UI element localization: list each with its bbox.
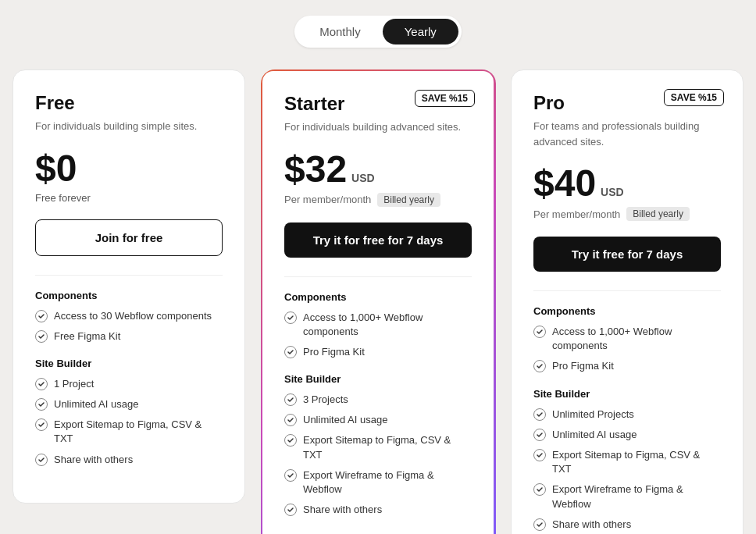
feature-section-label: Site Builder — [284, 373, 472, 385]
feature-section-label: Components — [533, 305, 721, 317]
plan-subtitle: For teams and professionals building adv… — [533, 119, 721, 149]
feature-text: Export Sitemap to Figma, CSV & TXT — [552, 448, 721, 476]
feature-text: Share with others — [303, 503, 382, 517]
price-currency: USD — [601, 186, 624, 198]
feature-list: Access to 1,000+ Webflow components Pro … — [533, 325, 721, 374]
check-icon — [35, 330, 48, 343]
feature-section: Site Builder Unlimited Projects Unlimite… — [533, 388, 721, 534]
feature-item: Export Wireframe to Figma & Webflow — [533, 482, 721, 511]
feature-text: 3 Projects — [303, 393, 348, 407]
check-icon — [533, 449, 546, 461]
feature-text: 1 Project — [54, 377, 94, 391]
check-icon — [284, 504, 297, 516]
price-amount: $0 — [35, 150, 77, 187]
divider — [284, 276, 472, 277]
feature-text: Share with others — [552, 518, 631, 532]
check-icon — [35, 454, 48, 466]
plan-card-free: Free For individuals building simple sit… — [12, 69, 245, 504]
feature-item: 1 Project — [35, 377, 223, 391]
feature-item: Export Sitemap to Figma, CSV & TXT — [284, 433, 472, 461]
check-icon — [533, 518, 546, 531]
price-amount: $32 — [284, 151, 347, 188]
feature-section: Components Access to 1,000+ Webflow comp… — [284, 291, 472, 360]
feature-item: Unlimited AI usage — [35, 397, 223, 411]
divider — [35, 275, 223, 276]
price-period: Per member/month — [284, 194, 371, 205]
feature-item: Export Sitemap to Figma, CSV & TXT — [35, 418, 223, 446]
check-icon — [533, 360, 546, 372]
feature-section-label: Site Builder — [533, 388, 721, 400]
check-icon — [284, 346, 297, 358]
billed-badge: Billed yearly — [377, 193, 440, 207]
check-icon — [284, 414, 297, 426]
price-row: $40 USD — [533, 165, 721, 202]
feature-list: 3 Projects Unlimited AI usage Export Sit… — [284, 393, 472, 517]
feature-section: Components Access to 1,000+ Webflow comp… — [533, 305, 721, 374]
price-currency: USD — [351, 172, 375, 184]
check-icon — [533, 326, 546, 338]
feature-section-label: Components — [35, 290, 223, 301]
feature-section: Site Builder 1 Project Unlimited AI usag… — [35, 358, 223, 467]
check-icon — [533, 483, 546, 496]
feature-item: Share with others — [533, 518, 721, 532]
feature-text: Export Sitemap to Figma, CSV & TXT — [303, 433, 472, 461]
feature-list: Access to 30 Webflow components Free Fig… — [35, 309, 223, 344]
save-badge: SAVE %15 — [664, 89, 724, 106]
check-icon — [284, 434, 297, 447]
feature-section: Site Builder 3 Projects Unlimited AI usa… — [284, 373, 472, 517]
feature-item: Pro Figma Kit — [284, 345, 472, 359]
feature-section-label: Site Builder — [35, 358, 223, 369]
check-icon — [284, 469, 297, 482]
feature-text: Export Wireframe to Figma & Webflow — [552, 482, 721, 511]
feature-text: Access to 30 Webflow components — [54, 309, 212, 323]
feature-item: Export Sitemap to Figma, CSV & TXT — [533, 448, 721, 476]
check-icon — [533, 429, 546, 441]
check-icon — [284, 393, 297, 406]
feature-text: Unlimited AI usage — [54, 397, 138, 411]
feature-item: Access to 1,000+ Webflow components — [284, 311, 472, 339]
feature-item: Pro Figma Kit — [533, 359, 721, 373]
feature-text: Access to 1,000+ Webflow components — [303, 311, 472, 339]
billed-badge: Billed yearly — [626, 207, 690, 221]
pricing-cards: Free For individuals building simple sit… — [12, 69, 744, 534]
feature-item: Unlimited Projects — [533, 408, 721, 422]
feature-text: Access to 1,000+ Webflow components — [552, 325, 721, 353]
price-period: Per member/month — [533, 208, 620, 220]
check-icon — [35, 378, 48, 390]
feature-item: Share with others — [35, 453, 223, 467]
save-badge: SAVE %15 — [415, 90, 475, 107]
check-icon — [35, 310, 48, 322]
price-amount: $40 — [533, 165, 596, 202]
plan-card-starter: SAVE %15 Starter For individuals buildin… — [261, 69, 495, 534]
monthly-toggle[interactable]: Monthly — [298, 19, 383, 44]
feature-text: Share with others — [54, 453, 133, 467]
feature-item: Free Figma Kit — [35, 329, 223, 344]
feature-item: Unlimited AI usage — [533, 428, 721, 442]
feature-text: Unlimited Projects — [552, 408, 634, 422]
cta-button[interactable]: Try it free for 7 days — [533, 237, 721, 272]
yearly-toggle[interactable]: Yearly — [383, 19, 458, 44]
cta-button[interactable]: Try it for free for 7 days — [284, 222, 472, 258]
feature-text: Pro Figma Kit — [303, 345, 365, 359]
check-icon — [533, 408, 546, 421]
feature-text: Unlimited AI usage — [303, 413, 387, 427]
free-forever: Free forever — [35, 192, 223, 204]
price-meta: Per member/month Billed yearly — [284, 193, 472, 207]
feature-item: Unlimited AI usage — [284, 413, 472, 427]
divider — [533, 290, 721, 291]
check-icon — [284, 312, 297, 324]
feature-item: Share with others — [284, 503, 472, 517]
feature-text: Unlimited AI usage — [552, 428, 637, 442]
price-row: $0 — [35, 150, 223, 187]
plan-card-pro: SAVE %15 Pro For teams and professionals… — [511, 69, 744, 534]
check-icon — [35, 398, 48, 411]
feature-list: Unlimited Projects Unlimited AI usage Ex… — [533, 408, 721, 534]
plan-title: Free — [35, 92, 223, 114]
feature-list: 1 Project Unlimited AI usage Export Site… — [35, 377, 223, 467]
feature-text: Pro Figma Kit — [552, 359, 614, 373]
feature-text: Free Figma Kit — [54, 329, 120, 344]
feature-item: Export Wireframe to Figma & Webflow — [284, 468, 472, 497]
feature-item: Access to 30 Webflow components — [35, 309, 223, 323]
cta-button[interactable]: Join for free — [35, 219, 223, 256]
feature-text: Export Sitemap to Figma, CSV & TXT — [54, 418, 223, 446]
